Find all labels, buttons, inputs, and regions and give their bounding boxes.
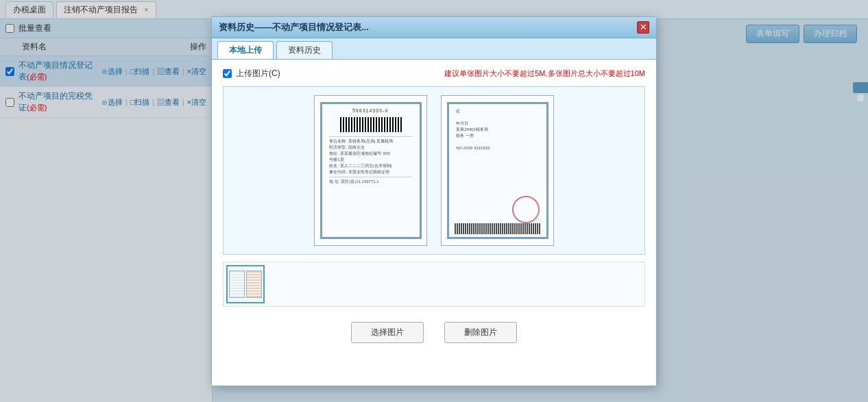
modal-tabs: 本地上传 资料历史	[212, 38, 656, 60]
doc-text-2: 地 址: 某区(县)11.143771.1	[329, 179, 412, 185]
modal-window: 资料历史——不动产项目情况登记表... ✕ 本地上传 资料历史 上传图片(C) …	[211, 16, 657, 386]
upload-check-label[interactable]: 上传图片(C)	[223, 68, 280, 79]
modal-action-row: 选择图片 删除图片	[223, 314, 645, 347]
preview-doc-right: 证 年月日 某第29902税务局 税务 一类 NO.2019 4131933	[441, 95, 554, 246]
doc-text-1: 单位名称: 某税务局(总局) 直属税局 经济类型: 国有企业 地址: 某某建设区…	[329, 138, 412, 175]
doc-right-text: 证 年月日 某第29902税务局 税务 一类 NO.2019 4131933	[456, 108, 539, 151]
barcode	[340, 117, 402, 132]
thumbnail-1[interactable]	[226, 265, 265, 303]
upload-warn: 建议单张图片大小不要超过5M,多张图片总大小不要超过10M	[444, 68, 645, 79]
doc-id: 598314303-X	[352, 108, 389, 113]
modal-body: 上传图片(C) 建议单张图片大小不要超过5M,多张图片总大小不要超过10M 59…	[212, 60, 656, 386]
image-preview-area: 598314303-X 单位名称: 某税务局(总局) 直属税局 经济类型: 国有…	[223, 86, 645, 255]
delete-image-button[interactable]: 删除图片	[444, 322, 517, 343]
barcode-bottom	[455, 223, 541, 234]
upload-checkbox[interactable]	[223, 69, 232, 78]
select-image-button[interactable]: 选择图片	[351, 322, 424, 343]
modal-title: 资料历史——不动产项目情况登记表...	[219, 21, 369, 34]
modal-overlay: 资料历史——不动产项目情况登记表... ✕ 本地上传 资料历史 上传图片(C) …	[0, 0, 868, 402]
upload-row: 上传图片(C) 建议单张图片大小不要超过5M,多张图片总大小不要超过10M	[223, 68, 645, 79]
thumbnails-row	[223, 262, 645, 307]
stamp-icon	[512, 196, 540, 223]
modal-titlebar: 资料历史——不动产项目情况登记表... ✕	[212, 17, 656, 38]
tab-local-upload[interactable]: 本地上传	[217, 41, 274, 59]
modal-close-button[interactable]: ✕	[637, 21, 649, 34]
tab-history[interactable]: 资料历史	[276, 41, 333, 59]
preview-doc-left: 598314303-X 单位名称: 某税务局(总局) 直属税局 经济类型: 国有…	[314, 95, 427, 246]
doc-sim-right: 证 年月日 某第29902税务局 税务 一类 NO.2019 4131933	[447, 102, 548, 239]
doc-sim-left: 598314303-X 单位名称: 某税务局(总局) 直属税局 经济类型: 国有…	[320, 102, 422, 239]
